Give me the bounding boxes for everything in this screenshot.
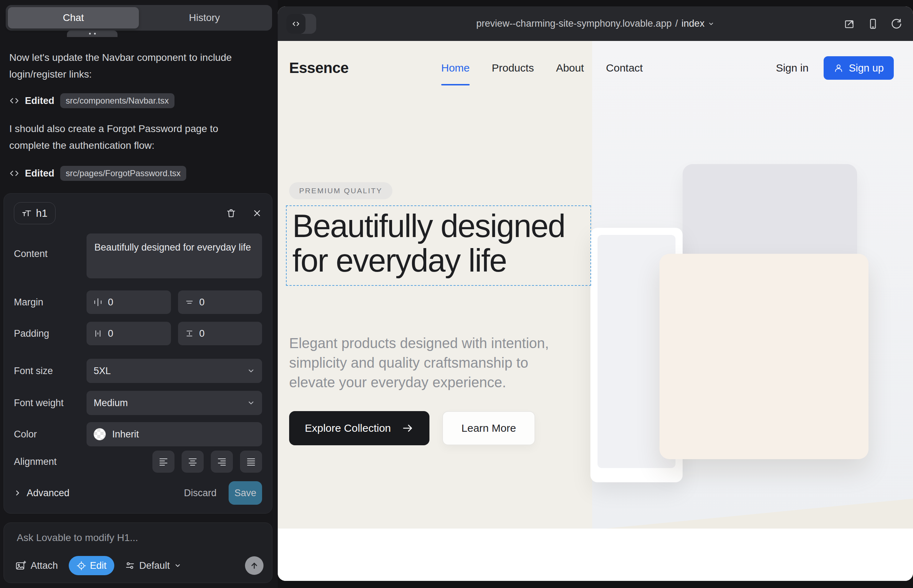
alignment-row: Alignment [14,451,262,473]
site-nav-auth: Sign in Sign up [776,56,894,80]
font-size-label: Font size [14,365,87,376]
align-center-button[interactable] [181,451,204,473]
refresh-icon [890,18,902,30]
align-right-icon [217,457,227,467]
site-navbar: Essence Home Products About Contact Sign… [278,41,913,95]
margin-y-input[interactable] [199,297,221,308]
nav-link-contact[interactable]: Contact [606,62,643,74]
decor-card-peach [659,254,868,459]
url-breadcrumb[interactable]: preview--charming-site-symphony.lovable.… [476,18,715,29]
nav-link-about[interactable]: About [556,62,584,74]
app-window: Chat History Now let's update the Navbar… [0,0,913,588]
align-justify-button[interactable] [240,451,262,473]
editor-footer: Advanced Discard Save [14,481,262,505]
composer-toolbar: Attach Edit Default [15,556,264,575]
attach-label: Attach [31,560,58,571]
padding-y-field[interactable] [178,322,262,345]
selected-heading-box[interactable]: Beautifully designed for everyday life [286,205,591,286]
file-chip[interactable]: src/pages/ForgotPassword.tsx [60,166,186,181]
discard-button[interactable]: Discard [184,488,217,499]
code-view-toggle[interactable] [286,14,316,34]
dot-icon [94,33,96,34]
advanced-toggle[interactable]: Advanced [14,488,70,499]
align-right-button[interactable] [211,451,233,473]
nav-link-home[interactable]: Home [441,62,469,74]
hero-cta-row: Explore Collection Learn More [289,411,535,445]
smartphone-icon [867,18,879,30]
save-button[interactable]: Save [228,481,262,505]
chat-message: I should also create a Forgot Password p… [9,120,251,154]
edit-mode-button[interactable]: Edit [69,556,115,575]
font-weight-label: Font weight [14,397,87,409]
learn-more-button[interactable]: Learn More [442,411,535,445]
edit-mode-label: Edit [90,560,107,571]
prompt-input[interactable] [17,532,261,552]
font-weight-select[interactable]: Medium [87,391,262,415]
hero-paragraph: Elegant products designed with intention… [289,333,570,392]
site-logo[interactable]: Essence [289,60,349,76]
url-separator: / [675,18,678,29]
color-value: Inherit [112,429,139,440]
font-size-row: Font size 5XL [14,359,262,383]
editor-header: h1 [14,201,262,226]
sign-in-link[interactable]: Sign in [776,62,809,74]
tab-history[interactable]: History [139,7,270,29]
send-button[interactable] [245,556,264,575]
mobile-preview-button[interactable] [867,18,879,30]
delete-element-button[interactable] [226,208,236,218]
target-icon [76,561,86,570]
attach-image-icon [15,560,26,571]
attach-button[interactable]: Attach [15,560,58,571]
explore-collection-button[interactable]: Explore Collection [289,411,429,445]
nav-link-products[interactable]: Products [492,62,534,74]
tab-chat-label: Chat [63,12,84,24]
alignment-label: Alignment [14,456,87,467]
url-domain: preview--charming-site-symphony.lovable.… [476,18,672,29]
code-icon [9,168,19,178]
margin-y-field[interactable] [178,291,262,314]
open-external-button[interactable] [843,18,855,30]
margin-x-field[interactable] [87,291,171,314]
padding-y-input[interactable] [199,328,221,339]
margin-x-input[interactable] [108,297,129,308]
content-input[interactable]: Beautifully designed for everyday life [87,234,262,278]
font-size-select[interactable]: 5XL [87,359,262,383]
trash-icon [226,208,236,218]
browser-actions [843,6,902,41]
margin-row: Margin [14,291,262,314]
chevron-down-icon [708,21,714,27]
site-viewport: Essence Home Products About Contact Sign… [278,41,913,581]
url-page: index [682,18,705,29]
padding-x-field[interactable] [87,322,171,345]
code-icon [291,19,301,29]
arrow-up-icon [249,561,259,570]
edited-file-row: Edited src/components/Navbar.tsx [9,92,175,110]
site-nav-links: Home Products About Contact [441,62,643,74]
premium-badge: PREMIUM QUALITY [289,182,392,199]
padding-vertical-icon [185,328,194,339]
hero-heading[interactable]: Beautifully designed for everyday life [292,209,585,278]
refresh-button[interactable] [890,18,902,30]
file-chip[interactable]: src/components/Navbar.tsx [60,93,175,108]
padding-x-input[interactable] [108,328,129,339]
hero-section: Essence Home Products About Contact Sign… [278,41,913,528]
color-swatch-icon [94,428,106,440]
chevron-down-icon [247,399,255,407]
close-panel-button[interactable] [252,208,262,218]
sign-up-button[interactable]: Sign up [824,56,894,80]
alignment-buttons [87,451,262,473]
margin-inputs [87,291,262,314]
content-row: Content Beautifully designed for everyda… [14,234,262,278]
explore-collection-label: Explore Collection [305,422,391,434]
align-center-icon [188,457,197,467]
tab-chat[interactable]: Chat [8,7,139,29]
color-select[interactable]: Inherit [87,422,262,446]
tab-history-label: History [189,12,220,24]
element-tag-chip: h1 [14,202,55,224]
align-left-button[interactable] [152,451,175,473]
element-tag-label: h1 [36,207,47,219]
padding-horizontal-icon [93,328,103,339]
align-left-icon [159,457,168,467]
mode-select[interactable]: Default [125,560,181,571]
margin-horizontal-icon [93,297,103,307]
